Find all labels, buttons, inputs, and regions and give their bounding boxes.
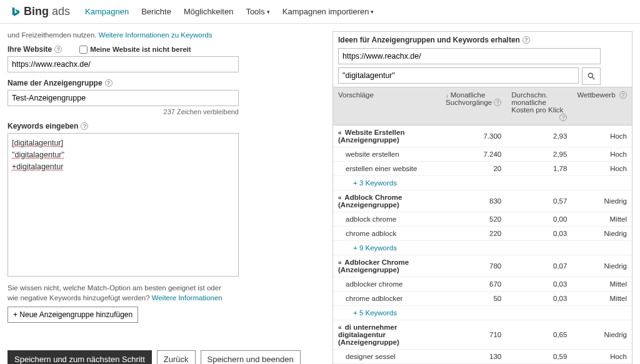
table-keyword-row[interactable]: chrome adblocker500,03Mittel (333, 292, 632, 306)
table-keyword-row[interactable]: designer sessel1300,59Hoch (333, 350, 632, 364)
chevron-left-icon: « (338, 324, 342, 331)
ideas-keyword-input[interactable] (338, 67, 579, 84)
match-option-note: Sie wissen nicht, welche Match-Option am… (8, 283, 232, 303)
col-suggestions[interactable]: Vorschläge (333, 87, 441, 125)
website-not-ready-label: Meine Website ist nicht bereit (90, 46, 191, 53)
nav-berichte[interactable]: Berichte (141, 7, 171, 16)
adgroup-name-input[interactable] (8, 90, 239, 106)
search-button[interactable] (582, 67, 601, 85)
adgroup-name-label: Name der Anzeigengruppe ? (8, 79, 314, 87)
ideas-panel: Ideen für Anzeigengruppen und Keywords e… (332, 31, 632, 364)
chevron-left-icon: « (338, 259, 342, 266)
chevron-down-icon: ▾ (267, 9, 270, 15)
table-keyword-row[interactable]: adblocker chrome6700,03Mittel (333, 277, 632, 292)
keywords-label: Keywords eingeben ? (8, 122, 314, 130)
footer-buttons: Speichern und zum nächsten Schritt Zurüc… (8, 350, 314, 364)
help-icon[interactable]: ? (81, 122, 88, 130)
save-exit-button[interactable]: Speichern und beenden (201, 350, 301, 364)
bing-logo-icon (10, 6, 21, 17)
table-more-row[interactable]: + 5 Keywords (333, 306, 632, 320)
search-icon (587, 72, 596, 81)
table-keyword-row[interactable]: erstellen einer website201,78Hoch (333, 162, 632, 176)
nav-kampagnen-import[interactable]: Kampagnen importieren▾ (282, 7, 374, 16)
table-more-row[interactable]: + 3 Keywords (333, 176, 632, 190)
nav-moeglichkeiten[interactable]: Möglichkeiten (184, 7, 234, 16)
left-column: und Freizeithemden nutzen. Weitere Infor… (8, 31, 314, 364)
col-avg-cpc[interactable]: Durchschn. monatliche Kosten pro Klick? (506, 87, 572, 125)
help-icon[interactable]: ? (54, 46, 62, 53)
logo[interactable]: Bing ads (10, 5, 70, 18)
table-more-row[interactable]: + 9 Keywords (333, 241, 632, 255)
keywords-info-link[interactable]: Weitere Informationen zu Keywords (99, 31, 212, 39)
website-not-ready-checkbox[interactable] (79, 46, 88, 54)
table-keyword-row[interactable]: adblock chrome5200,00Mittel (333, 212, 632, 227)
ideas-url-input[interactable] (338, 48, 601, 64)
table-keyword-row[interactable]: website erstellen7.2402,95Hoch (333, 147, 632, 162)
save-next-button[interactable]: Speichern und zum nächsten Schritt (8, 350, 152, 364)
chevron-left-icon: « (338, 129, 342, 136)
info-snippet: und Freizeithemden nutzen. Weitere Infor… (8, 31, 314, 39)
nav-tools[interactable]: Tools▾ (246, 7, 269, 16)
website-input[interactable] (8, 56, 239, 72)
sort-down-icon: ↓ (446, 92, 449, 99)
help-icon[interactable]: ? (522, 36, 530, 44)
help-icon[interactable]: ? (105, 79, 112, 87)
col-competition[interactable]: Wettbewerb? (572, 87, 632, 125)
table-keyword-row[interactable]: chrome adblock2200,03Niedrig (333, 227, 632, 241)
ideas-table: Vorschläge ↓ Monatliche Suchvorgänge? Du… (333, 87, 632, 364)
table-group-row[interactable]: « di unternehmer digitalagentur (Anzeige… (333, 320, 632, 350)
nav-kampagnen[interactable]: Kampagnen (85, 7, 129, 16)
back-button[interactable]: Zurück (157, 350, 196, 364)
match-info-link[interactable]: Weitere Informationen (152, 294, 222, 302)
keywords-textarea[interactable]: [digitalagentur] "digitalagentur" +digit… (8, 133, 239, 277)
top-nav: Bing ads Kampagnen Berichte Möglichkeite… (0, 0, 640, 24)
add-adgroup-button[interactable]: + Neue Anzeigengruppe hinzufügen (8, 307, 138, 323)
website-label: Ihre Website ? Meine Website ist nicht b… (8, 45, 314, 54)
chars-remaining: 237 Zeichen verbleibend (8, 108, 239, 116)
table-group-row[interactable]: « Adblock Chrome (Anzeigengruppe)8300,57… (333, 190, 632, 212)
svg-line-1 (592, 77, 595, 80)
table-group-row[interactable]: « Adblocker Chrome (Anzeigengruppe)7800,… (333, 255, 632, 277)
logo-text: Bing ads (24, 5, 70, 18)
chevron-left-icon: « (338, 194, 342, 201)
table-group-row[interactable]: « Website Erstellen (Anzeigengruppe)7.30… (333, 125, 632, 147)
svg-point-0 (588, 73, 592, 77)
ideas-header: Ideen für Anzeigengruppen und Keywords e… (333, 36, 632, 48)
col-monthly-searches[interactable]: ↓ Monatliche Suchvorgänge? (441, 87, 506, 125)
chevron-down-icon: ▾ (371, 9, 374, 15)
